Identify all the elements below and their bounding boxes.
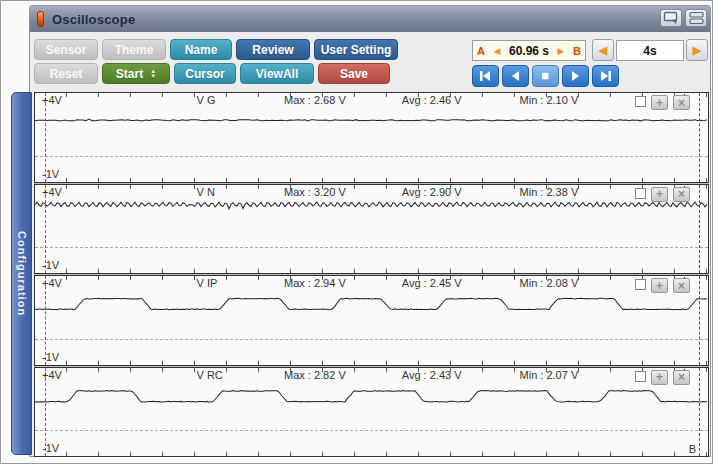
user-setting-button[interactable]: User Setting (314, 39, 398, 60)
y-max-label: +4V (42, 369, 62, 381)
window-buttons (660, 9, 707, 27)
channel-stack: +4V -1V V G Max : 2.68 V Avg : 2.46 V Mi… (34, 92, 709, 457)
time-window-value[interactable]: 4s (616, 40, 684, 61)
top-tick-marks (35, 368, 708, 372)
top-tick-marks (35, 93, 708, 97)
bottom-tick-marks (35, 452, 708, 456)
y-min-label: -1V (42, 168, 59, 180)
min-value: Min : 2.07 V (520, 369, 579, 381)
stop-button[interactable] (532, 65, 559, 87)
expand-channel-button[interactable]: + (651, 370, 668, 385)
review-button[interactable]: Review (236, 39, 310, 60)
name-button[interactable]: Name (170, 39, 232, 60)
cursor-b-line[interactable] (699, 368, 700, 457)
playback-controls (472, 65, 619, 87)
panels-icon (689, 11, 704, 25)
cursor-b-line[interactable] (699, 185, 700, 274)
spinner-icon: ▲▼ (150, 69, 156, 79)
window-title: Oscilloscope (52, 12, 135, 27)
reference-dashed-line (35, 247, 708, 248)
cursor-a-label: A (477, 45, 485, 57)
top-tick-marks (35, 276, 708, 280)
play-button[interactable] (562, 65, 589, 87)
skip-end-icon (599, 70, 612, 82)
y-max-label: +4V (42, 94, 62, 106)
skip-start-icon (479, 70, 492, 82)
toolbar-row-2: ResetStart▲▼CursorViewAllSave (34, 63, 390, 84)
close-channel-button[interactable]: × (673, 278, 690, 293)
bottom-tick-marks (35, 361, 708, 365)
channel-checkbox[interactable] (635, 279, 646, 290)
configuration-tab[interactable]: Configuration (11, 92, 32, 455)
min-value: Min : 2.08 V (520, 277, 579, 289)
waveform (35, 185, 708, 274)
screen-icon (663, 11, 679, 25)
y-max-label: +4V (42, 186, 62, 198)
avg-value: Avg : 2.45 V (402, 277, 462, 289)
viewall-button-label: ViewAll (256, 67, 298, 81)
reference-dashed-line (35, 339, 708, 340)
close-channel-button[interactable]: × (673, 187, 690, 202)
right-arrow-icon: ▶ (693, 44, 701, 57)
play-icon (569, 70, 582, 82)
reference-dashed-line (35, 156, 708, 157)
thermometer-icon (37, 11, 44, 27)
close-channel-button[interactable]: × (673, 370, 690, 385)
cursor-button-label: Cursor (185, 67, 224, 81)
y-min-label: -1V (42, 351, 59, 363)
channel-checkbox[interactable] (635, 96, 646, 107)
toolbar-row-1: SensorThemeNameReviewUser Setting (34, 39, 398, 60)
title-bar: Oscilloscope (30, 6, 710, 32)
panels-button[interactable] (685, 9, 707, 27)
expand-channel-button[interactable]: + (651, 187, 668, 202)
left-arrow-icon: ◀ (494, 46, 501, 56)
reset-button[interactable]: Reset (34, 63, 98, 84)
save-button[interactable]: Save (318, 63, 390, 84)
viewall-button[interactable]: ViewAll (240, 63, 314, 84)
channel-panel-v-n: +4V -1V V N Max : 3.20 V Avg : 2.90 V Mi… (34, 184, 709, 275)
y-max-label: +4V (42, 277, 62, 289)
reset-button-label: Reset (50, 67, 83, 81)
left-arrow-icon: ◀ (599, 44, 607, 57)
sensor-button[interactable]: Sensor (34, 39, 98, 60)
oscilloscope-app: Oscilloscope SensorThemeNameReviewUse (0, 0, 713, 464)
right-arrow-icon: ▶ (558, 46, 565, 56)
cursor-button[interactable]: Cursor (174, 63, 236, 84)
theme-button[interactable]: Theme (102, 39, 166, 60)
waveform (35, 93, 708, 182)
channel-panel-v-rc: +4V -1V V RC Max : 2.82 V Avg : 2.43 V M… (34, 367, 709, 458)
user-setting-button-label: User Setting (321, 43, 392, 57)
bottom-tick-marks (35, 269, 708, 273)
theme-button-label: Theme (115, 43, 154, 57)
go-end-button[interactable] (592, 65, 619, 87)
channel-name: V N (197, 186, 215, 198)
channel-checkbox[interactable] (635, 371, 646, 382)
start-button-label: Start (116, 67, 143, 81)
expand-channel-button[interactable]: + (651, 278, 668, 293)
cursor-b-label: B (573, 45, 581, 57)
max-value: Max : 2.68 V (284, 94, 346, 106)
cursor-b-line[interactable] (699, 93, 700, 182)
channel-checkbox[interactable] (635, 188, 646, 199)
window-step-left-button[interactable]: ◀ (592, 39, 614, 61)
window-step-right-button[interactable]: ▶ (686, 39, 708, 61)
avg-value: Avg : 2.43 V (402, 369, 462, 381)
channel-name: V IP (197, 277, 218, 289)
reference-dashed-line (35, 430, 708, 431)
cursor-b-line[interactable] (699, 276, 700, 365)
expand-channel-button[interactable]: + (651, 95, 668, 110)
channel-name: V G (197, 94, 216, 106)
bottom-tick-marks (35, 178, 708, 182)
cursor-b-corner-label: B (689, 443, 696, 455)
ab-range-box[interactable]: A ◀ 60.96 s ▶ B (472, 40, 586, 61)
min-value: Min : 2.38 V (520, 186, 579, 198)
screen-capture-button[interactable] (660, 9, 682, 27)
close-channel-button[interactable]: × (673, 95, 690, 110)
step-back-icon (509, 70, 522, 82)
name-button-label: Name (185, 43, 218, 57)
go-start-button[interactable] (472, 65, 499, 87)
waveform (35, 368, 708, 457)
step-back-button[interactable] (502, 65, 529, 87)
max-value: Max : 2.82 V (284, 369, 346, 381)
start-button[interactable]: Start▲▼ (102, 63, 170, 84)
